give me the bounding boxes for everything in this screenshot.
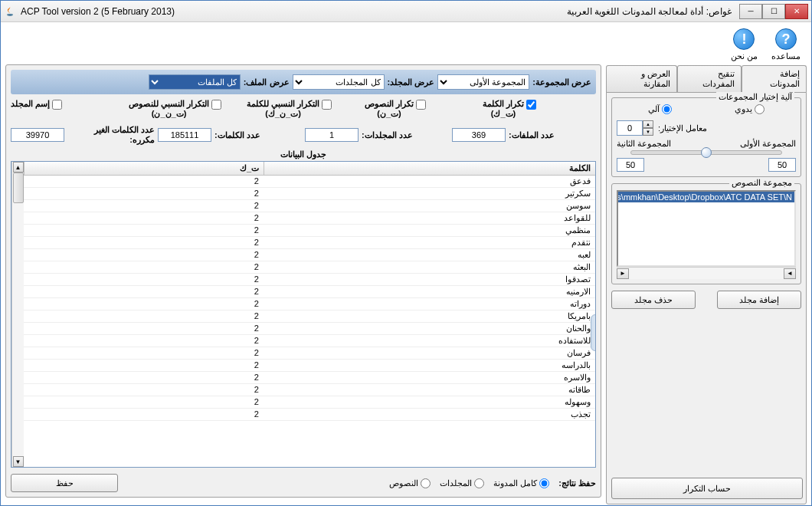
unique-count-value [11, 128, 64, 142]
table-row[interactable]: تجذب2 [24, 409, 595, 421]
table-row[interactable]: فرسان2 [24, 347, 595, 360]
hscroll-right[interactable]: ► [617, 268, 629, 279]
texts-group-legend: مجموعة النصوص [729, 178, 794, 188]
delete-folder-button[interactable]: حذف مجلد [611, 291, 696, 309]
table-row[interactable]: والاسره2 [24, 372, 595, 384]
selection-factor-input[interactable] [617, 120, 643, 136]
help-icon: ? [775, 28, 797, 50]
close-button[interactable]: ✕ [785, 4, 808, 19]
radio-save-texts[interactable]: النصوص [389, 478, 431, 488]
table-row[interactable]: تصدقوا2 [24, 274, 595, 286]
words-count-value [158, 128, 211, 142]
selection-factor-label: معامل الإختيار: [658, 123, 707, 133]
table-row[interactable]: سوسن2 [24, 200, 595, 212]
group-view-select[interactable]: المجموعة الأولى [437, 74, 529, 90]
tab-add-corpus[interactable]: إضافة المدونات [742, 65, 807, 93]
col-header-word[interactable]: الكلمة [264, 162, 595, 175]
group-view-label: عرض المجموعة: [532, 77, 591, 87]
group-select-legend: آلية إختيار المجموعات [716, 92, 794, 102]
scroll-up-button[interactable]: ▲ [13, 162, 24, 172]
table-row[interactable]: للاستفاده2 [24, 335, 595, 347]
table-row[interactable]: فدعق2 [24, 176, 595, 188]
check-folder-name[interactable] [52, 100, 62, 110]
file-view-select[interactable]: كل الملفات [149, 74, 241, 90]
table-row[interactable]: نتقدم2 [24, 237, 595, 249]
table-row[interactable]: منظمي2 [24, 225, 595, 237]
slider-thumb[interactable] [701, 147, 712, 158]
check-word-freq[interactable] [526, 100, 536, 110]
hscroll-left[interactable]: ◄ [784, 268, 796, 279]
radio-manual[interactable]: يدوي [735, 104, 765, 114]
table-row[interactable]: الارمنيه2 [24, 286, 595, 298]
scroll-thumb[interactable] [13, 172, 24, 203]
table-row[interactable]: دوراته2 [24, 298, 595, 310]
compute-frequency-button[interactable]: حساب التكرار [611, 478, 803, 499]
java-icon [4, 5, 16, 18]
group-slider[interactable] [630, 150, 782, 155]
folder-view-select[interactable]: كل المجلدات [293, 74, 385, 90]
add-folder-button[interactable]: إضافة مجلد [717, 291, 801, 309]
save-button[interactable]: حفظ [11, 474, 118, 492]
minimize-button[interactable]: ─ [739, 4, 762, 19]
table-row[interactable]: للقواعد2 [24, 212, 595, 225]
about-button[interactable]: ! من نحن [731, 28, 758, 61]
col-header-tk[interactable]: ت_ك [24, 162, 264, 175]
table-row[interactable]: وسهوله2 [24, 396, 595, 409]
window-title-en: ACP Tool version 2 (5 February 2013) [21, 6, 175, 17]
files-count-label: عدد الملفات: [509, 130, 555, 140]
group1-label: المجموعة الأولى [740, 139, 796, 149]
folders-count-value [305, 128, 359, 142]
table-row[interactable]: طاقاته2 [24, 384, 595, 396]
list-item[interactable]: C:\Users\mmkhan\Desktop\Dropbox\ATC DATA… [618, 192, 794, 202]
table-row[interactable]: لعبه2 [24, 249, 595, 261]
scroll-down-button[interactable]: ▼ [13, 456, 24, 467]
words-count-label: عدد الكلمات: [214, 130, 260, 140]
tab-view-compare[interactable]: العرض و المقارنة [606, 65, 677, 93]
group1-value[interactable] [617, 158, 644, 172]
save-results-label: حفظ نتائج: [558, 478, 596, 488]
titlebar: ACP Tool version 2 (5 February 2013) غوا… [1, 1, 811, 22]
check-rel-text-freq[interactable] [211, 100, 221, 110]
window-title-ar: غواص: أداة لمعالجة المدونات اللغوية العر… [567, 6, 732, 17]
info-icon: ! [733, 28, 755, 50]
data-table-title: جدول البيانات [11, 150, 596, 159]
group2-label: المجموعة الثانية [617, 139, 671, 149]
help-button[interactable]: ? مساعده [771, 28, 801, 61]
radio-save-folders[interactable]: المجلدات [440, 478, 484, 488]
check-text-freq[interactable] [416, 100, 426, 110]
table-row[interactable]: والحنان2 [24, 323, 595, 335]
files-count-value [452, 128, 506, 142]
check-rel-word-freq[interactable] [322, 100, 332, 110]
panel-resize-handle[interactable] [591, 314, 596, 351]
unique-count-label: عدد الكلمات الغير مكرره: [67, 125, 155, 145]
folders-count-label: عدد المجلدات: [362, 130, 413, 140]
table-row[interactable]: بامريكا2 [24, 310, 595, 323]
group2-value[interactable] [768, 158, 796, 172]
spinner-up[interactable]: ▲ [643, 120, 653, 128]
tab-refine-vocab[interactable]: تنقيح المفردات [677, 65, 742, 93]
file-view-label: عرض الملف: [244, 77, 290, 87]
radio-auto[interactable]: آلي [648, 104, 672, 114]
table-row[interactable]: سكرتير2 [24, 188, 595, 200]
maximize-button[interactable]: ☐ [762, 4, 785, 19]
spinner-down[interactable]: ▼ [643, 128, 653, 136]
table-row[interactable]: بالدراسه2 [24, 360, 595, 372]
radio-save-corpus[interactable]: كامل المدونة [493, 478, 549, 488]
folder-view-label: عرض المجلد: [388, 77, 435, 87]
table-row[interactable]: البعثه2 [24, 261, 595, 274]
folder-path-list[interactable]: C:\Users\mmkhan\Desktop\Dropbox\ATC DATA… [617, 190, 796, 267]
